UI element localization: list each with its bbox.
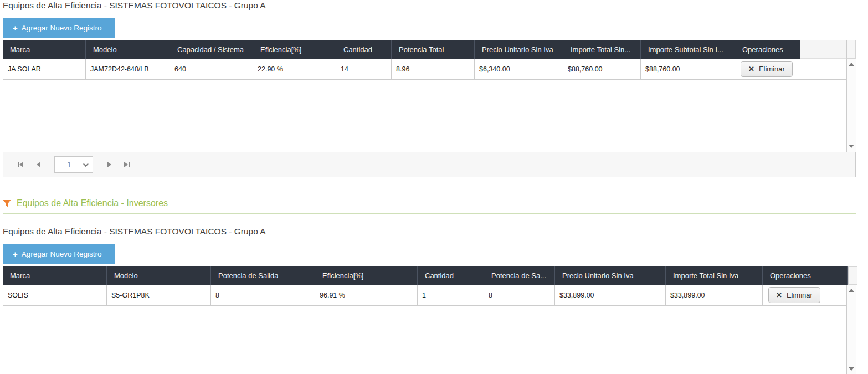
column-header[interactable]: Marca xyxy=(3,266,107,285)
vertical-scrollbar[interactable] xyxy=(846,59,856,152)
next-page-icon xyxy=(107,162,111,167)
page-select[interactable]: 1 xyxy=(54,156,93,173)
column-header[interactable]: Potencia de Salida xyxy=(211,266,315,285)
table-header: MarcaModeloCapacidad / SistemaEficiencia… xyxy=(3,40,856,59)
column-header[interactable]: Eficiencia[%] xyxy=(315,266,418,285)
first-page-icon xyxy=(18,162,19,167)
table-cell: 8 xyxy=(211,285,315,305)
column-header[interactable]: Capacidad / Sistema xyxy=(170,40,253,59)
add-record-button-2[interactable]: + Agregar Nuevo Registro xyxy=(3,244,115,264)
table-header: MarcaModeloPotencia de SalidaEficiencia[… xyxy=(3,266,856,285)
table-row: JA SOLARJAM72D42-640/LB64022.90 %148.96$… xyxy=(3,59,856,80)
column-header[interactable]: Operaciones xyxy=(735,40,800,59)
table-cell: $33,899.00 xyxy=(666,285,763,305)
next-page-button[interactable] xyxy=(102,157,116,172)
table-cell: $6,340.00 xyxy=(475,59,563,79)
column-header[interactable]: Importe Subtotal Sin I... xyxy=(641,40,735,59)
delete-button[interactable]: ✕Eliminar xyxy=(768,287,820,303)
table-cell: 96.91 % xyxy=(315,285,418,305)
equipment-table-fotovoltaicos: MarcaModeloCapacidad / SistemaEficiencia… xyxy=(3,40,856,177)
table-cell: 14 xyxy=(336,59,392,79)
delete-label: Eliminar xyxy=(759,65,785,73)
delete-label: Eliminar xyxy=(787,291,813,299)
operations-cell: ✕Eliminar xyxy=(763,285,848,305)
header-filler xyxy=(800,40,846,59)
section2-collapsible-header[interactable]: Equipos de Alta Eficiencia - Inversores xyxy=(3,198,856,214)
pagination-bar: 1 xyxy=(3,152,856,177)
section2-header-label: Equipos de Alta Eficiencia - Inversores xyxy=(17,198,168,208)
table-cell: JA SOLAR xyxy=(3,59,86,79)
column-header[interactable]: Precio Unitario Sin Iva xyxy=(555,266,666,285)
column-header[interactable]: Importe Total Sin... xyxy=(563,40,641,59)
column-header[interactable]: Modelo xyxy=(107,266,211,285)
plus-icon: + xyxy=(13,250,18,258)
column-header[interactable]: Potencia Total xyxy=(392,40,475,59)
scroll-up-icon[interactable] xyxy=(849,63,854,66)
previous-page-button[interactable] xyxy=(31,157,45,172)
x-icon: ✕ xyxy=(776,291,782,299)
operations-cell: ✕Eliminar xyxy=(735,59,800,79)
table-cell: SOLIS xyxy=(3,285,107,305)
column-header[interactable]: Cantidad xyxy=(418,266,484,285)
column-header[interactable]: Marca xyxy=(3,40,86,59)
table-body: JA SOLARJAM72D42-640/LB64022.90 %148.96$… xyxy=(3,59,856,152)
last-page-icon xyxy=(124,162,128,167)
first-page-button[interactable] xyxy=(13,157,28,172)
chevron-down-icon xyxy=(83,161,89,167)
section2-title: Equipos de Alta Eficiencia - SISTEMAS FO… xyxy=(3,226,868,237)
x-icon: ✕ xyxy=(748,65,754,73)
page-number: 1 xyxy=(67,160,71,169)
table-cell: $88,760.00 xyxy=(641,59,735,79)
column-header[interactable]: Precio Unitario Sin Iva xyxy=(475,40,563,59)
scroll-up-icon[interactable] xyxy=(849,289,854,292)
last-page-button[interactable] xyxy=(120,157,134,172)
column-header[interactable]: Modelo xyxy=(86,40,170,59)
page: Equipos de Alta Eficiencia - SISTEMAS FO… xyxy=(0,0,868,374)
header-scrollbar-corner xyxy=(846,40,856,59)
scroll-down-icon[interactable] xyxy=(849,145,854,148)
add-record-label: Agregar Nuevo Registro xyxy=(22,250,102,258)
filter-icon xyxy=(3,199,11,208)
column-header[interactable]: Potencia de Sa... xyxy=(484,266,555,285)
table-cell: 640 xyxy=(170,59,253,79)
table-cell: 22.90 % xyxy=(253,59,336,79)
table-cell: 8.96 xyxy=(392,59,475,79)
table-cell: 1 xyxy=(418,285,484,305)
vertical-scrollbar[interactable] xyxy=(846,285,856,374)
column-header[interactable]: Eficiencia[%] xyxy=(253,40,336,59)
column-header[interactable]: Importe Total Sin Iva xyxy=(666,266,763,285)
table-cell: JAM72D42-640/LB xyxy=(86,59,170,79)
table-row: SOLISS5-GR1P8K896.91 %18$33,899.00$33,89… xyxy=(3,285,856,306)
column-header[interactable]: Cantidad xyxy=(336,40,392,59)
delete-button[interactable]: ✕Eliminar xyxy=(741,61,793,77)
table-cell: $33,899.00 xyxy=(555,285,666,305)
table-cell: $88,760.00 xyxy=(563,59,641,79)
plus-icon: + xyxy=(13,24,18,32)
previous-page-icon xyxy=(37,162,40,167)
column-header[interactable]: Operaciones xyxy=(763,266,848,285)
equipment-table-inversores: MarcaModeloPotencia de SalidaEficiencia[… xyxy=(3,266,856,374)
table-cell: 8 xyxy=(484,285,555,305)
table-body: SOLISS5-GR1P8K896.91 %18$33,899.00$33,89… xyxy=(3,285,856,374)
add-record-button[interactable]: + Agregar Nuevo Registro xyxy=(3,18,115,38)
scroll-down-icon[interactable] xyxy=(849,367,854,371)
section1-title: Equipos de Alta Eficiencia - SISTEMAS FO… xyxy=(3,0,868,11)
table-cell: S5-GR1P8K xyxy=(107,285,211,305)
header-scrollbar-corner xyxy=(848,266,857,285)
add-record-label: Agregar Nuevo Registro xyxy=(22,24,102,32)
